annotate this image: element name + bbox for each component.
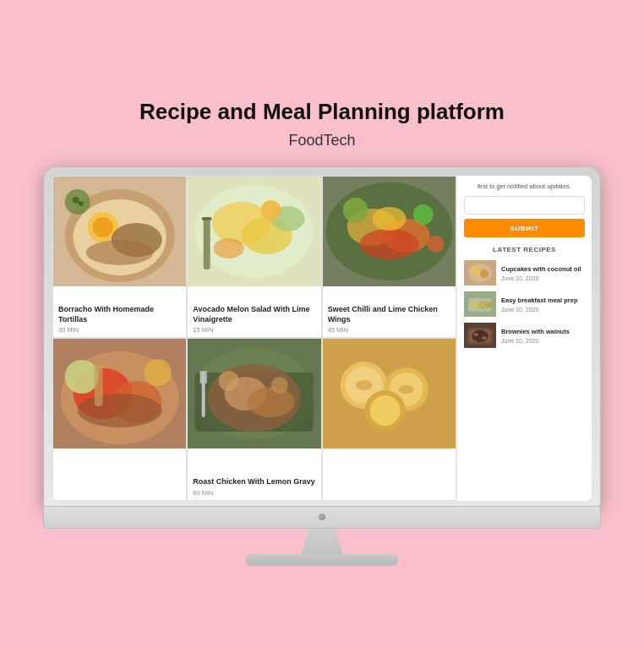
imac-stand-neck xyxy=(288,529,356,554)
recipe-title-roast-chicken: Roast Chicken With Lemon Gravy xyxy=(193,477,315,487)
latest-recipe-item-0[interactable]: Cupcakes with coconut oil June 10, 2020 xyxy=(464,260,585,285)
recipe-title-borracho: Borracho With Homemade Tortillas xyxy=(58,305,181,324)
latest-recipe-date-2: June 10, 2020 xyxy=(501,338,585,344)
latest-recipe-info-1: Easy breakfast meal prep June 10, 2020 xyxy=(501,296,585,313)
svg-rect-16 xyxy=(202,217,212,220)
svg-point-44 xyxy=(248,387,295,417)
svg-rect-37 xyxy=(95,364,103,406)
svg-rect-48 xyxy=(200,371,202,383)
latest-recipe-thumb-0 xyxy=(464,260,496,285)
page-subtitle: FoodTech xyxy=(288,132,355,150)
page-wrapper: Recipe and Meal Planning platform FoodTe… xyxy=(0,81,644,566)
recipe-time-borracho: 30 MIN xyxy=(58,326,181,334)
latest-recipe-date-0: June 10, 2020 xyxy=(501,275,585,281)
imac-stand-base xyxy=(246,554,398,566)
svg-rect-49 xyxy=(205,371,207,383)
recipe-grid: Borracho With Homemade Tortillas 30 MIN xyxy=(52,176,456,501)
latest-recipe-item-1[interactable]: Easy breakfast meal prep June 10, 2020 xyxy=(464,291,585,317)
svg-point-25 xyxy=(359,229,418,259)
svg-point-63 xyxy=(480,269,488,278)
recipe-card-avocado[interactable]: Avocado Melon Salad With Lime Vinaigrett… xyxy=(187,176,321,339)
latest-recipe-thumb-2 xyxy=(464,323,496,348)
svg-rect-15 xyxy=(204,219,210,269)
latest-recipes-title: LATEST RECIPES xyxy=(464,246,585,253)
svg-point-66 xyxy=(470,301,478,309)
recipe-time-roast-chicken: 60 MIN xyxy=(193,489,315,497)
svg-point-46 xyxy=(271,377,288,394)
svg-point-72 xyxy=(472,330,488,342)
imac-screen-frame: Borracho With Homemade Tortillas 30 MIN xyxy=(43,166,601,507)
recipe-card-borracho[interactable]: Borracho With Homemade Tortillas 30 MIN xyxy=(52,176,187,339)
svg-point-36 xyxy=(145,359,172,386)
svg-point-59 xyxy=(398,385,413,394)
latest-recipe-name-1: Easy breakfast meal prep xyxy=(501,296,585,305)
imac-frame: Borracho With Homemade Tortillas 30 MIN xyxy=(43,166,601,566)
recipe-time-sweet-chilli: 45 MIN xyxy=(328,326,450,334)
svg-point-45 xyxy=(219,371,239,391)
latest-recipe-date-1: June 10, 2020 xyxy=(501,307,585,313)
submit-button[interactable]: SUBMIT xyxy=(464,219,585,237)
svg-point-8 xyxy=(73,197,79,204)
recipe-card-roast-chicken[interactable]: Roast Chicken With Lemon Gravy 60 MIN xyxy=(187,338,321,501)
imac-camera xyxy=(319,514,325,520)
svg-point-26 xyxy=(342,198,368,223)
imac-chin xyxy=(43,507,601,529)
svg-point-9 xyxy=(79,201,84,206)
email-input[interactable] xyxy=(464,196,585,215)
svg-point-74 xyxy=(482,336,487,340)
svg-point-19 xyxy=(261,200,281,220)
imac-screen: Borracho With Homemade Tortillas 30 MIN xyxy=(52,176,592,501)
svg-rect-47 xyxy=(202,371,205,417)
latest-recipe-info-0: Cupcakes with coconut oil June 10, 2020 xyxy=(501,265,585,281)
svg-point-4 xyxy=(93,217,113,237)
recipe-title-avocado: Avocado Melon Salad With Lime Vinaigrett… xyxy=(193,305,315,324)
page-title: Recipe and Meal Planning platform xyxy=(139,98,505,127)
latest-recipe-info-2: Brownies with walnuts June 10, 2020 xyxy=(501,328,585,344)
svg-point-6 xyxy=(86,240,154,265)
svg-point-57 xyxy=(369,395,400,426)
svg-point-34 xyxy=(78,394,162,427)
svg-point-67 xyxy=(478,301,487,309)
latest-recipe-name-0: Cupcakes with coconut oil xyxy=(501,265,585,274)
latest-recipe-name-2: Brownies with walnuts xyxy=(501,328,585,336)
screen-content: Borracho With Homemade Tortillas 30 MIN xyxy=(52,176,592,501)
svg-point-58 xyxy=(355,380,372,390)
sidebar: first to get notified about updates. SUB… xyxy=(456,176,592,501)
svg-point-29 xyxy=(427,236,444,253)
svg-point-28 xyxy=(372,207,406,231)
svg-point-27 xyxy=(412,204,433,225)
recipe-card-pastry[interactable] xyxy=(322,338,456,501)
svg-point-35 xyxy=(65,360,99,394)
recipe-time-avocado: 15 MIN xyxy=(193,326,315,334)
svg-point-68 xyxy=(486,302,493,308)
recipe-title-sweet-chilli: Sweet Chilli and Lime Chicken Wings xyxy=(328,305,450,324)
svg-point-62 xyxy=(471,265,481,275)
svg-point-73 xyxy=(473,333,478,336)
sidebar-description: first to get notified about updates. xyxy=(464,182,585,192)
recipe-card-sweet-chilli[interactable]: Sweet Chilli and Lime Chicken Wings 45 M… xyxy=(322,176,456,339)
svg-point-18 xyxy=(214,238,244,258)
recipe-card-mixed-bowl[interactable] xyxy=(52,338,187,501)
latest-recipe-thumb-1 xyxy=(464,291,496,317)
latest-recipe-item-2[interactable]: Brownies with walnuts June 10, 2020 xyxy=(464,323,585,348)
